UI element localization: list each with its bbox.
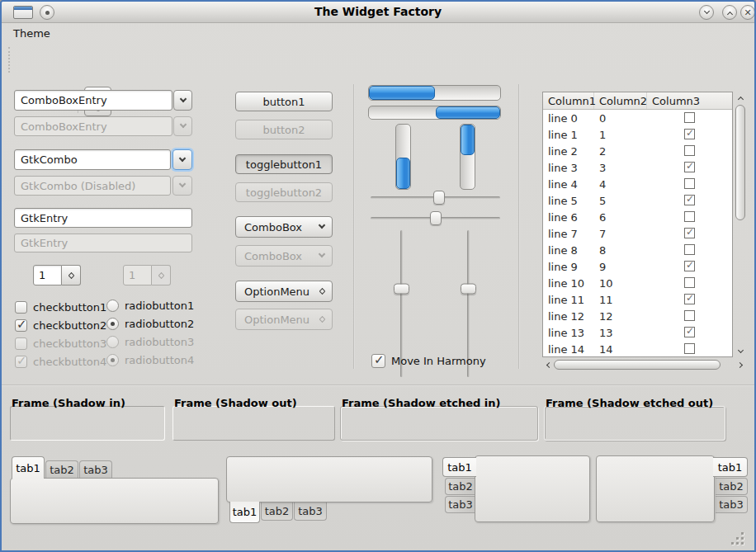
- table-row[interactable]: line 7 7: [543, 225, 732, 242]
- comboboxentry-disabled-input: ComboBoxEntry: [14, 116, 172, 136]
- row-checkbox[interactable]: [684, 228, 695, 238]
- radiobutton[interactable]: radiobutton3: [106, 333, 194, 351]
- combobox-select[interactable]: ComboBox: [235, 216, 333, 238]
- row-checkbox[interactable]: [684, 112, 695, 123]
- hscale2-handle[interactable]: [430, 211, 442, 225]
- table-row[interactable]: line 1 1: [543, 126, 732, 143]
- scroll-left-button[interactable]: [542, 359, 554, 370]
- notebook-bottom-tab1[interactable]: tab1: [229, 502, 260, 523]
- notebook-bottom-tab2[interactable]: tab2: [261, 502, 293, 521]
- table-row[interactable]: line 6 6: [543, 209, 732, 225]
- row-checkbox[interactable]: [684, 244, 695, 255]
- chevron-down-icon: [179, 154, 186, 161]
- spinbutton-steppers[interactable]: [62, 265, 81, 285]
- frame-shadow-out: [172, 406, 335, 441]
- row-checkbox[interactable]: [684, 261, 695, 271]
- vertical-scrollbar[interactable]: [734, 92, 747, 357]
- row-checkbox[interactable]: [684, 211, 695, 222]
- notebook-left-tab2[interactable]: tab2: [445, 478, 475, 495]
- minimize-button[interactable]: [699, 5, 714, 20]
- table-row[interactable]: line 11 11: [543, 291, 732, 308]
- up-down-arrows-icon: [320, 317, 324, 322]
- table-row[interactable]: line 4 4: [543, 176, 732, 192]
- row-checkbox[interactable]: [684, 129, 695, 139]
- hscale1-handle[interactable]: [433, 191, 445, 205]
- vscale2-handle[interactable]: [461, 284, 476, 295]
- togglebutton1[interactable]: togglebutton1: [235, 154, 333, 174]
- table-row[interactable]: line 5 5: [543, 192, 732, 209]
- checkbutton[interactable]: checkbutton2: [15, 316, 106, 334]
- hscale-1[interactable]: [371, 191, 500, 205]
- gtkcombo-input[interactable]: GtkCombo: [14, 149, 171, 170]
- radiobutton[interactable]: radiobutton4: [106, 351, 194, 369]
- row-checkbox[interactable]: [684, 343, 695, 354]
- notebook-right-tab2[interactable]: tab2: [716, 478, 748, 495]
- checkbutton[interactable]: checkbutton4: [15, 352, 106, 370]
- treeview: Column1 Column2 Column3 line 0 0 line 1 …: [542, 92, 733, 357]
- checkbutton[interactable]: checkbutton1: [15, 298, 106, 316]
- row-checkbox[interactable]: [684, 145, 695, 156]
- comboboxentry-dropdown-button[interactable]: [173, 90, 192, 111]
- table-row[interactable]: line 9 9: [543, 258, 732, 275]
- row-checkbox[interactable]: [684, 162, 695, 172]
- vertical-separator: [353, 84, 355, 369]
- row-checkbox[interactable]: [684, 195, 695, 205]
- menu-theme[interactable]: Theme: [10, 26, 54, 40]
- table-row[interactable]: line 13 13: [543, 324, 732, 341]
- chevron-left-icon: [546, 361, 552, 367]
- button1[interactable]: button1: [235, 92, 333, 111]
- vscale1-handle[interactable]: [394, 284, 409, 295]
- maximize-button[interactable]: [722, 5, 737, 20]
- table-row[interactable]: line 0 0: [543, 110, 732, 126]
- radiobutton[interactable]: radiobutton1: [106, 296, 194, 314]
- gtkentry-input[interactable]: GtkEntry: [14, 208, 192, 228]
- optionmenu-select-disabled: OptionMenu: [235, 309, 333, 330]
- notebook-top-tab1[interactable]: tab1: [12, 456, 45, 479]
- row-checkbox[interactable]: [684, 310, 695, 321]
- row-checkbox[interactable]: [684, 277, 695, 288]
- notebook-left-tab3[interactable]: tab3: [445, 496, 475, 513]
- notebook-top-tab3[interactable]: tab3: [79, 460, 112, 479]
- table-row[interactable]: line 2 2: [543, 143, 732, 159]
- notebook-top-tab2[interactable]: tab2: [45, 460, 78, 479]
- checkbutton[interactable]: checkbutton3: [15, 334, 106, 352]
- row-checkbox[interactable]: [684, 178, 695, 189]
- spinbutton[interactable]: 1: [33, 265, 81, 285]
- scroll-right-button[interactable]: [735, 359, 747, 370]
- resize-grip-icon[interactable]: [730, 531, 748, 549]
- scroll-up-button[interactable]: [735, 92, 746, 103]
- horizontal-scrollbar[interactable]: [542, 358, 747, 371]
- move-in-harmony-checkbutton[interactable]: Move In Harmony: [371, 354, 486, 368]
- notebook-right-tab3[interactable]: tab3: [716, 496, 748, 513]
- horizontal-scrollbar-thumb[interactable]: [554, 360, 721, 370]
- table-row[interactable]: line 8 8: [543, 242, 732, 258]
- radiobutton[interactable]: radiobutton2: [106, 314, 194, 333]
- toolbar-drag-handle[interactable]: [8, 47, 11, 73]
- row-checkbox[interactable]: [684, 294, 695, 304]
- scroll-down-button[interactable]: [735, 346, 746, 357]
- table-row[interactable]: line 3 3: [543, 159, 732, 176]
- vertical-scrollbar-thumb[interactable]: [735, 105, 745, 220]
- spinbutton-value[interactable]: 1: [33, 265, 62, 285]
- column-header-2[interactable]: Column2: [594, 92, 647, 109]
- notebook-right-tab1[interactable]: tab1: [713, 457, 748, 477]
- row-checkbox[interactable]: [684, 327, 695, 337]
- chevron-down-icon: [179, 121, 186, 128]
- gtkcombo-dropdown-button[interactable]: [172, 149, 192, 170]
- chevron-up-icon: [737, 96, 743, 101]
- table-row[interactable]: line 14 14: [543, 341, 732, 357]
- close-button[interactable]: ✕: [740, 5, 755, 20]
- column-header-1[interactable]: Column1: [543, 92, 594, 109]
- table-row[interactable]: line 12 12: [543, 308, 732, 324]
- column-header-3[interactable]: Column3: [647, 92, 732, 109]
- comboboxentry-input[interactable]: ComboBoxEntry: [14, 90, 172, 111]
- notebook-right-panel: [596, 455, 715, 522]
- optionmenu-select[interactable]: OptionMenu: [235, 281, 333, 302]
- hscale-2[interactable]: [371, 211, 500, 225]
- notebook-bottom-tab3[interactable]: tab3: [294, 502, 327, 521]
- notebook-left-tab1[interactable]: tab1: [442, 457, 476, 477]
- notebook-left-panel: [475, 455, 590, 522]
- notebook-bottom-panel: [226, 456, 432, 502]
- titlebar[interactable]: The Widget Factory ✕: [2, 2, 754, 23]
- table-row[interactable]: line 10 10: [543, 275, 732, 291]
